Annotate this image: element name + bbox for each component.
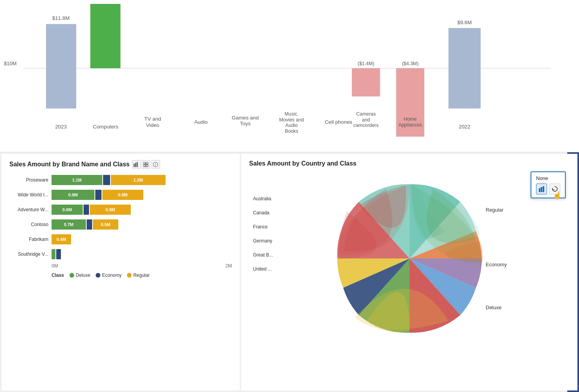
regular-dot <box>127 273 132 278</box>
country-great-britain: Great B... <box>253 252 273 258</box>
none-popup-icons: ☝ <box>536 184 560 194</box>
popup-refresh-icon[interactable]: ☝ <box>549 184 560 194</box>
economy-dot <box>96 273 100 278</box>
top-bar-chart: $11.8M ($1.4M) ($4.3M) $9.6M 2023 Comput… <box>8 4 571 137</box>
cursor-indicator: ☝ <box>553 191 561 200</box>
brand-label-adventure: Adventure W... <box>9 207 48 212</box>
svg-rect-25 <box>137 162 138 167</box>
proseware-regular: 1.2M <box>111 175 166 185</box>
right-panel-title: Sales Amount by Country and Class <box>249 160 570 167</box>
fabrikam-bars: 0.4M <box>52 234 232 244</box>
brand-bars: Proseware 1.1M 1.2M Wide World I... 0.9M… <box>9 174 232 260</box>
svg-text:Music,: Music, <box>285 111 299 117</box>
top-chart-area: $10M $11.8M ($1.4M) ($4.3M) $9.6M <box>0 0 579 152</box>
brand-row-wideworld: Wide World I... 0.9M 0.9M <box>9 189 232 201</box>
country-germany: Germany <box>253 238 273 244</box>
svg-text:$9.6M: $9.6M <box>457 20 472 25</box>
bottom-section: Sales Amount by Brand Name and Class i <box>0 152 579 392</box>
svg-text:Computers: Computers <box>93 124 119 130</box>
none-popup: None ☝ <box>531 171 566 198</box>
country-france: France <box>253 224 273 230</box>
bar-computers <box>90 4 120 68</box>
wideworld-economy <box>95 190 102 200</box>
x-label-2m: 2M <box>225 263 232 269</box>
y-axis-label: $10M <box>4 61 17 66</box>
chord-svg: Regular Economy Deluxe <box>308 173 511 344</box>
svg-rect-29 <box>146 165 148 167</box>
svg-text:$11.8M: $11.8M <box>52 15 70 21</box>
svg-text:Deluxe: Deluxe <box>486 305 501 310</box>
country-canada: Canada <box>253 210 273 216</box>
brand-label-southridge: Southridge V... <box>9 251 48 257</box>
svg-text:TV and: TV and <box>144 116 161 122</box>
contoso-regular: 0.5M <box>93 219 118 230</box>
svg-rect-24 <box>135 163 136 167</box>
svg-text:Movies and: Movies and <box>279 117 304 123</box>
legend-deluxe: Deluxe <box>69 273 90 278</box>
bar-cameras <box>352 68 380 96</box>
svg-text:Games and: Games and <box>232 115 259 121</box>
svg-text:i: i <box>155 163 157 167</box>
svg-text:camcorders: camcorders <box>353 123 379 128</box>
brand-row-southridge: Southridge V... <box>9 248 232 260</box>
x-label-0m: 0M <box>52 263 58 269</box>
brand-row-contoso: Contoso 0.7M 0.5M <box>9 219 232 230</box>
adventure-deluxe: 0.6M <box>52 205 83 215</box>
popup-bar-icon[interactable] <box>536 184 547 194</box>
contoso-bars: 0.7M 0.5M <box>52 219 232 230</box>
left-panel-icons: i <box>132 160 160 169</box>
info-icon[interactable]: i <box>151 160 160 169</box>
southridge-deluxe <box>52 249 55 259</box>
svg-text:Audio: Audio <box>285 123 298 128</box>
chord-diagram: Australia Canada France Germany Great B.… <box>249 173 570 344</box>
brand-row-fabrikam: Fabrikam 0.4M <box>9 233 232 245</box>
grid-icon[interactable] <box>142 160 150 169</box>
panel-left: Sales Amount by Brand Name and Class i <box>2 154 240 390</box>
wideworld-regular: 0.9M <box>102 190 143 200</box>
right-panel-title-text: Sales Amount by Country and Class <box>249 160 356 167</box>
wideworld-bars: 0.9M 0.9M <box>52 190 232 200</box>
brand-label-proseware: Proseware <box>9 177 48 183</box>
brand-row-proseware: Proseware 1.1M 1.2M <box>9 174 232 186</box>
brand-label-wideworld: Wide World I... <box>9 192 48 198</box>
adventure-regular: 0.9M <box>90 205 131 215</box>
svg-text:2022: 2022 <box>459 124 470 130</box>
svg-text:Audio: Audio <box>194 119 208 125</box>
svg-text:Books: Books <box>285 128 298 134</box>
fabrikam-regular: 0.4M <box>52 234 71 244</box>
svg-rect-27 <box>146 162 148 164</box>
proseware-deluxe: 1.1M <box>52 175 102 185</box>
svg-text:Toys: Toys <box>240 121 251 127</box>
svg-rect-28 <box>143 165 145 167</box>
none-popup-text: None <box>536 175 560 181</box>
country-australia: Australia <box>253 196 273 201</box>
svg-text:($4.3M): ($4.3M) <box>402 61 419 66</box>
panel-right: Sales Amount by Country and Class None <box>241 154 577 390</box>
brand-label-fabrikam: Fabrikam <box>9 237 48 242</box>
adventure-bars: 0.6M 0.9M <box>52 205 232 215</box>
main-container: $10M $11.8M ($1.4M) ($4.3M) $9.6M <box>0 0 579 392</box>
svg-rect-32 <box>539 188 540 192</box>
brand-row-adventure: Adventure W... 0.6M 0.9M <box>9 204 232 216</box>
country-labels-left: Australia Canada France Germany Great B.… <box>253 196 273 272</box>
regular-label: Regular <box>133 273 150 278</box>
proseware-bars: 1.1M 1.2M <box>52 175 232 185</box>
southridge-bars <box>52 249 232 259</box>
left-panel-title: Sales Amount by Brand Name and Class i <box>9 160 232 169</box>
svg-text:Economy: Economy <box>486 262 507 267</box>
x-axis-labels: 0M 2M <box>9 263 232 269</box>
southridge-economy <box>56 249 61 259</box>
deluxe-dot <box>69 273 74 278</box>
svg-text:Cell phones: Cell phones <box>325 119 353 125</box>
country-united: United ... <box>253 266 273 272</box>
legend-regular: Regular <box>127 273 150 278</box>
bar-chart-icon[interactable] <box>132 160 141 169</box>
svg-text:Video: Video <box>146 122 159 128</box>
brand-label-contoso: Contoso <box>9 222 48 227</box>
svg-rect-26 <box>143 162 145 164</box>
adventure-economy <box>84 205 89 215</box>
deluxe-label: Deluxe <box>76 273 90 278</box>
left-panel-title-text: Sales Amount by Brand Name and Class <box>9 161 130 168</box>
legend-economy: Economy <box>96 273 121 278</box>
svg-text:Home: Home <box>404 116 417 122</box>
